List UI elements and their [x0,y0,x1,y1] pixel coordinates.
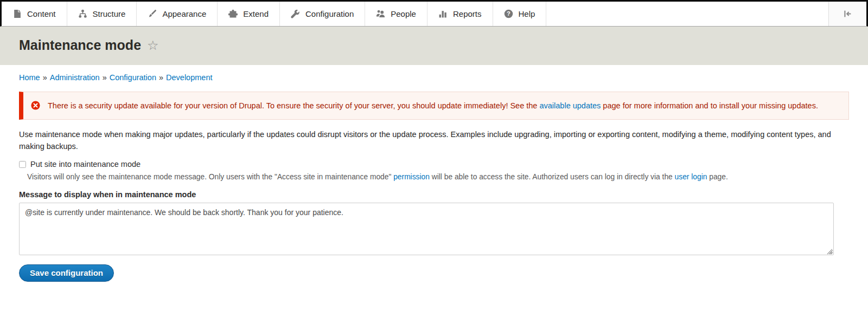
message-field-label: Message to display when in maintenance m… [19,190,849,199]
toolbar-spacer [546,2,828,26]
toolbar-item-label: Configuration [305,9,354,18]
user-login-link[interactable]: user login [675,173,707,181]
page-header: Maintenance mode ☆ [0,27,868,65]
error-text: page for more information and to install… [601,101,818,110]
toolbar-item-label: Structure [93,9,126,18]
svg-text:?: ? [507,10,510,17]
main-content: Home»Administration»Configuration»Develo… [0,73,868,282]
breadcrumb-link-development[interactable]: Development [166,73,212,82]
toolbar-item-label: Extend [243,9,269,18]
toolbar-item-label: Reports [453,9,482,18]
breadcrumb-link-home[interactable]: Home [19,73,40,82]
description-text: page. [707,173,727,181]
breadcrumb: Home»Administration»Configuration»Develo… [19,73,849,82]
toolbar-collapse-icon [843,9,852,18]
toolbar-item-help[interactable]: ? Help [493,2,547,26]
toolbar-item-content[interactable]: Content [2,2,67,26]
file-icon [12,9,22,18]
paintbrush-icon [148,9,157,18]
toolbar-item-reports[interactable]: Reports [427,2,493,26]
people-icon [376,9,385,18]
description-text: Visitors will only see the maintenance m… [27,173,393,181]
toolbar-item-appearance[interactable]: Appearance [137,2,218,26]
breadcrumb-link-configuration[interactable]: Configuration [110,73,156,82]
puzzle-icon [228,9,238,18]
permission-link[interactable]: permission [393,173,430,181]
toolbar-item-label: Help [519,9,535,18]
wrench-icon [291,9,300,18]
toolbar-item-label: People [391,9,416,18]
description-text: will be able to access the site. Authori… [430,173,675,181]
checkbox-description: Visitors will only see the maintenance m… [27,172,849,182]
breadcrumb-separator: » [103,73,107,82]
toolbar-item-structure[interactable]: Structure [67,2,137,26]
toolbar-item-configuration[interactable]: Configuration [280,2,365,26]
toolbar-orientation-toggle[interactable] [828,2,866,26]
message-textarea-wrap: @site is currently under maintenance. We… [19,203,849,255]
save-configuration-button[interactable]: Save configuration [19,264,114,282]
breadcrumb-link-administration[interactable]: Administration [50,73,100,82]
maintenance-message-textarea[interactable]: @site is currently under maintenance. We… [19,203,834,255]
admin-toolbar: Content Structure Appearance Extend Conf… [0,2,868,27]
error-text: There is a security update available for… [48,101,539,110]
breadcrumb-separator: » [43,73,47,82]
error-icon [31,101,40,110]
toolbar-item-people[interactable]: People [365,2,427,26]
maintenance-mode-checkbox-label[interactable]: Put site into maintenance mode [30,160,141,169]
toolbar-item-label: Content [27,9,56,18]
sitemap-icon [78,9,87,18]
error-message: There is a security update available for… [19,92,849,120]
bar-chart-icon [438,9,448,18]
help-icon: ? [504,9,513,18]
favorite-star-icon[interactable]: ☆ [147,39,159,52]
page-title: Maintenance mode [19,37,141,53]
toolbar-item-label: Appearance [162,9,206,18]
available-updates-link[interactable]: available updates [539,101,601,110]
maintenance-mode-checkbox-row: Put site into maintenance mode [19,160,849,169]
maintenance-mode-checkbox[interactable] [19,161,26,168]
intro-text: Use maintenance mode when making major u… [19,128,849,152]
toolbar-item-extend[interactable]: Extend [218,2,280,26]
breadcrumb-separator: » [159,73,163,82]
